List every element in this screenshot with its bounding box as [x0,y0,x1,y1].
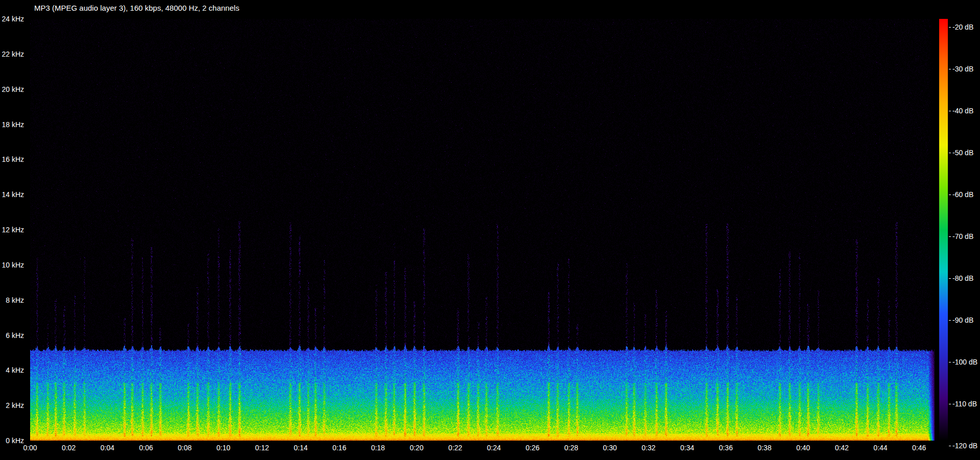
db-tick-label: -90 dB [949,316,973,324]
db-tick-mark [949,236,951,237]
db-tick-mark [949,27,951,28]
time-tick-label: 0:14 [293,444,307,452]
time-tick-label: 0:44 [873,444,887,452]
freq-tick-label: 22 kHz [2,50,24,58]
db-tick-text: -70 dB [952,232,973,240]
time-tick-label: 0:32 [642,444,655,452]
db-tick-mark [949,195,951,195]
time-tick-label: 0:46 [912,444,926,452]
time-tick-label: 0:26 [526,444,540,452]
freq-tick-label: 4 kHz [6,366,24,374]
time-tick-label: 0:22 [448,444,462,452]
time-tick-label: 0:18 [371,444,385,452]
db-tick-mark [949,278,951,279]
freq-tick-label: 6 kHz [6,331,24,340]
time-axis: 0:000:020:040:060:080:100:120:140:160:18… [30,444,935,454]
db-tick-text: -110 dB [952,400,977,408]
time-tick-label: 0:28 [565,444,578,452]
db-tick-text: -90 dB [952,316,973,324]
db-tick-label: -80 dB [949,274,973,282]
time-tick-label: 0:36 [719,444,732,452]
db-tick-label: -20 dB [949,23,973,31]
freq-tick-label: 16 kHz [2,155,24,163]
time-tick-label: 0:16 [332,444,346,452]
db-tick-mark [949,404,951,404]
freq-tick-label: 12 kHz [2,226,24,234]
freq-tick-label: 0 kHz [6,437,24,445]
db-tick-text: -60 dB [952,190,973,199]
freq-tick-label: 2 kHz [6,401,24,409]
db-axis-labels: -20 dB-30 dB-40 dB-50 dB-60 dB-70 dB-80 … [949,19,979,453]
time-tick-label: 0:12 [255,444,269,452]
db-tick-text: -120 dB [952,442,977,450]
db-tick-label: -100 dB [949,358,977,366]
frequency-axis: 24 kHz22 kHz20 kHz18 kHz16 kHz14 kHz12 k… [0,19,27,441]
time-tick-label: 0:24 [487,444,501,452]
stream-description: MP3 (MPEG audio layer 3), 160 kbps, 4800… [34,4,239,12]
freq-tick-label: 10 kHz [2,261,24,269]
db-tick-label: -110 dB [949,400,977,408]
time-tick-label: 0:40 [796,444,810,452]
db-tick-mark [949,153,951,153]
freq-tick-label: 8 kHz [6,296,24,304]
time-tick-label: 0:06 [139,444,153,452]
db-tick-label: -50 dB [949,149,973,157]
db-tick-text: -40 dB [952,107,973,115]
time-tick-label: 0:30 [603,444,617,452]
freq-tick-label: 24 kHz [2,15,24,23]
spectrum-analyzer-window: MP3 (MPEG audio layer 3), 160 kbps, 4800… [0,0,980,460]
db-tick-text: -100 dB [952,358,977,366]
spectrogram-canvas [30,19,935,441]
time-tick-label: 0:10 [216,444,230,452]
db-tick-mark [949,111,951,111]
db-tick-mark [949,320,951,321]
db-tick-text: -30 dB [952,65,973,73]
db-tick-text: -20 dB [952,23,973,31]
time-tick-label: 0:04 [101,444,114,452]
time-tick-label: 0:34 [680,444,694,452]
db-tick-label: -40 dB [949,107,973,115]
time-tick-label: 0:42 [835,444,849,452]
time-tick-label: 0:38 [757,444,771,452]
time-tick-label: 0:08 [178,444,191,452]
freq-tick-label: 14 kHz [2,190,24,199]
time-tick-label: 0:00 [23,444,37,452]
time-tick-label: 0:20 [410,444,424,452]
db-tick-label: -120 dB [949,442,977,450]
db-tick-label: -70 dB [949,232,973,240]
db-tick-label: -60 dB [949,190,973,199]
db-tick-mark [949,362,951,362]
db-tick-mark [949,446,951,446]
db-tick-text: -50 dB [952,149,973,157]
db-tick-label: -30 dB [949,65,973,73]
freq-tick-label: 18 kHz [2,120,24,129]
time-tick-label: 0:02 [62,444,76,452]
db-tick-text: -80 dB [952,274,973,282]
db-colorbar-gradient [939,19,948,441]
freq-tick-label: 20 kHz [2,85,24,93]
db-tick-mark [949,69,951,69]
